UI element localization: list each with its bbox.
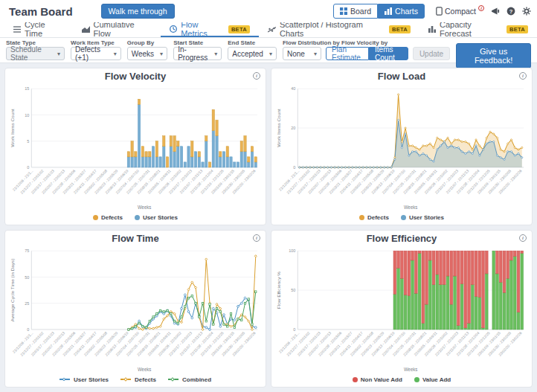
legend-item[interactable]: User Stories: [60, 376, 109, 383]
flow-velocity-chart[interactable]: 05101521/12/06 - 21/1...21/12/27 - 22/01…: [10, 83, 261, 211]
legend-item[interactable]: User Stories: [401, 214, 444, 221]
flow-velocity-title: Flow Velocity: [10, 71, 261, 83]
legend-marker: [359, 215, 364, 220]
legend-item[interactable]: User Stories: [135, 214, 178, 221]
svg-text:Average Cycle Time (in Days): Average Cycle Time (in Days): [10, 259, 16, 322]
flow-efficiency-title: Flow Efficiency: [276, 233, 527, 245]
flow-distribution-label: Flow Distribution by Flow Velocity by: [283, 39, 450, 46]
start-state-select[interactable]: In-Progress: [173, 47, 222, 60]
page-title: Team Board: [9, 5, 73, 18]
filter-bar: State Type Schedule State Work Item Type…: [0, 38, 537, 63]
flow-velocity-legend: DefectsUser Stories: [10, 211, 261, 223]
legend-marker: [353, 377, 358, 382]
tab-capacity-forecast[interactable]: Capacity Forecast BETA: [419, 22, 537, 37]
svg-text:Weeks: Weeks: [138, 367, 151, 372]
compact-device-icon: [436, 7, 443, 16]
walk-me-through-button[interactable]: Walk me through: [101, 4, 175, 19]
flow-efficiency-panel: Flow Efficiency i 05010021/12/06 - 21/1.…: [271, 230, 533, 388]
legend-item[interactable]: Non Value Add: [353, 376, 402, 383]
svg-text:50: 50: [25, 274, 29, 279]
velocity-by-toggle: Plan Estimate Items Count: [326, 47, 408, 60]
scatterplot-icon: [268, 26, 276, 33]
flow-load-title: Flow Load: [276, 71, 527, 83]
plan-estimate-button[interactable]: Plan Estimate: [326, 47, 369, 60]
items-count-button[interactable]: Items Count: [369, 47, 408, 60]
legend-label: Combined: [182, 376, 211, 383]
flow-time-legend: User StoriesDefectsCombined: [10, 373, 261, 385]
feedback-button[interactable]: Give us Feedback!: [456, 43, 531, 68]
svg-text:Work Items Count: Work Items Count: [277, 109, 282, 147]
end-state-label: End State: [228, 39, 277, 46]
group-by-select[interactable]: Weeks: [127, 47, 167, 60]
info-icon[interactable]: i: [519, 234, 527, 242]
compact-info-icon[interactable]: i: [478, 5, 484, 11]
flow-metrics-icon: [170, 25, 177, 33]
svg-text:Work Items Count: Work Items Count: [10, 109, 16, 147]
board-grid-icon: [340, 7, 347, 15]
legend-label: Non Value Add: [361, 376, 402, 383]
svg-text:15: 15: [25, 86, 29, 91]
tab-scatterplot-histogram[interactable]: Scatterplot / Histogram Charts BETA: [259, 22, 419, 37]
board-view-button[interactable]: Board: [333, 4, 378, 19]
cumulative-flow-icon: [82, 26, 90, 33]
legend-label: Defects: [135, 376, 156, 383]
legend-label: Value Add: [422, 376, 451, 383]
legend-marker: [60, 379, 70, 380]
svg-text:25: 25: [25, 301, 29, 306]
capacity-forecast-icon: [428, 25, 436, 33]
legend-marker: [401, 215, 406, 220]
flow-load-chart[interactable]: 0204021/12/06 - 21/1...21/12/27 - 22/01/…: [276, 83, 527, 211]
legend-item[interactable]: Defects: [93, 214, 123, 221]
flow-time-chart[interactable]: 025507521/12/06 - 21/1...21/12/27 - 22/0…: [10, 245, 261, 373]
beta-badge: BETA: [507, 25, 528, 33]
tab-flow-metrics[interactable]: Flow Metrics BETA: [161, 22, 259, 37]
tab-cumulative-flow[interactable]: Cumulative Flow: [73, 22, 161, 37]
legend-label: User Stories: [143, 214, 178, 221]
legend-item[interactable]: Defects: [120, 376, 156, 383]
svg-text:Weeks: Weeks: [138, 205, 151, 210]
svg-text:100: 100: [289, 248, 295, 253]
svg-text:0: 0: [27, 165, 29, 170]
legend-label: User Stories: [409, 214, 444, 221]
help-icon[interactable]: ?: [507, 7, 515, 16]
charts-view-button[interactable]: Charts: [378, 4, 425, 19]
info-icon[interactable]: i: [253, 234, 260, 242]
flow-time-title: Flow Time: [10, 233, 261, 245]
legend-item[interactable]: Combined: [168, 376, 211, 383]
cycle-time-icon: [13, 26, 21, 33]
svg-text:20: 20: [291, 126, 295, 130]
update-button[interactable]: Update: [413, 47, 450, 60]
svg-text:?: ?: [509, 8, 513, 15]
compact-toggle[interactable]: Compact i: [436, 7, 484, 16]
flow-load-legend: DefectsUser Stories: [276, 211, 527, 223]
svg-text:10: 10: [25, 112, 29, 117]
announcements-icon[interactable]: [491, 7, 500, 16]
flow-velocity-panel: Flow Velocity i 05101521/12/06 - 21/1...…: [4, 68, 266, 225]
flow-distribution-select[interactable]: None: [283, 47, 321, 60]
chart-tabs: Cycle Time Cumulative Flow Flow Metrics …: [0, 22, 537, 38]
legend-marker: [93, 215, 98, 220]
svg-text:40: 40: [291, 86, 295, 91]
svg-text:0: 0: [27, 327, 29, 332]
work-item-type-select[interactable]: Defects (+1): [71, 47, 121, 60]
svg-text:50: 50: [291, 288, 295, 292]
legend-label: Defects: [367, 214, 389, 221]
info-icon[interactable]: i: [253, 72, 260, 80]
end-state-select[interactable]: Accepted: [228, 47, 277, 60]
legend-item[interactable]: Value Add: [414, 376, 451, 383]
legend-marker: [135, 215, 140, 220]
charts-bars-icon: [385, 7, 392, 15]
beta-badge: BETA: [389, 25, 411, 33]
charts-grid: Flow Velocity i 05101521/12/06 - 21/1...…: [0, 63, 537, 392]
svg-text:5: 5: [27, 139, 29, 144]
svg-text:Weeks: Weeks: [404, 205, 417, 210]
svg-text:0: 0: [293, 165, 295, 170]
tab-cycle-time[interactable]: Cycle Time: [4, 22, 73, 37]
settings-gear-icon[interactable]: [522, 7, 531, 16]
info-icon[interactable]: i: [519, 72, 527, 80]
state-type-select[interactable]: Schedule State: [6, 47, 65, 60]
flow-efficiency-chart[interactable]: 05010021/12/06 - 21/1...21/12/27 - 22/01…: [276, 245, 527, 373]
legend-item[interactable]: Defects: [359, 214, 389, 221]
flow-efficiency-legend: Non Value AddValue Add: [276, 373, 527, 385]
legend-label: Defects: [101, 214, 123, 221]
